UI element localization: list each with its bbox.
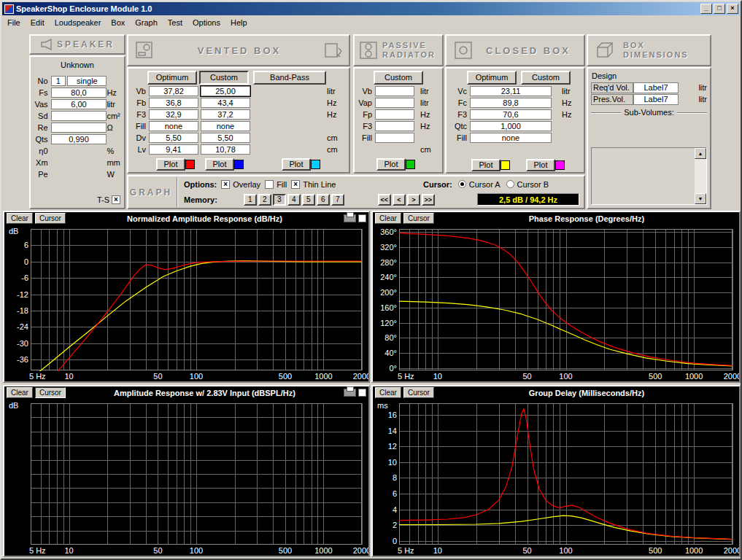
sub-volumes-scrollbar[interactable]: ▲ ▼: [695, 148, 706, 204]
param-value[interactable]: 1: [51, 76, 66, 86]
param-value[interactable]: none: [470, 133, 552, 143]
cursor-button[interactable]: Cursor: [35, 213, 66, 224]
cursor-last-button[interactable]: >>: [422, 194, 435, 206]
print-checkbox[interactable]: [358, 389, 366, 397]
pres-vol-value[interactable]: Label7: [633, 94, 679, 105]
param-value[interactable]: [375, 86, 414, 96]
param-value[interactable]: 1,000: [470, 121, 552, 131]
menu-edit[interactable]: Edit: [26, 17, 50, 28]
menu-box[interactable]: Box: [106, 17, 130, 28]
cursor-next-button[interactable]: >: [407, 194, 420, 206]
memory-button-6[interactable]: 6: [317, 194, 330, 206]
custom-value[interactable]: 43,4: [201, 98, 250, 108]
optimum-value[interactable]: 36,8: [149, 98, 198, 108]
plot-closed-custom-button[interactable]: Plot: [526, 159, 555, 171]
plot-passive-button[interactable]: Plot: [376, 158, 406, 171]
menu-graph[interactable]: Graph: [130, 17, 163, 28]
memory-button-2[interactable]: 2: [258, 194, 271, 206]
sub-volumes-list[interactable]: ▲ ▼: [591, 147, 707, 205]
param-value[interactable]: [375, 133, 414, 143]
param-value[interactable]: [375, 121, 414, 131]
svg-text:200°: 200°: [380, 288, 397, 297]
scroll-up-icon[interactable]: ▲: [695, 148, 706, 159]
param-value[interactable]: 6,00: [51, 99, 107, 109]
plot-area[interactable]: dB60-6-12-18-24-30-365 Hz105010050010002…: [4, 225, 368, 381]
memory-button-5[interactable]: 5: [302, 194, 315, 206]
vented-optimum-button[interactable]: Optimum: [147, 71, 197, 85]
close-button[interactable]: ×: [727, 4, 738, 14]
param-value[interactable]: 23,11: [470, 86, 552, 96]
cursor-button[interactable]: Cursor: [403, 387, 434, 398]
cursor-nav-buttons: << < > >>: [378, 194, 435, 206]
overlay-checkbox[interactable]: × Overlay: [221, 180, 260, 189]
maximize-button[interactable]: □: [714, 4, 725, 14]
cursor-button[interactable]: Cursor: [35, 387, 66, 398]
custom-value[interactable]: none: [201, 121, 250, 131]
memory-button-4[interactable]: 4: [287, 194, 301, 206]
optimum-value[interactable]: 32,9: [149, 109, 198, 120]
box-dimensions-icon: [595, 41, 616, 60]
cursor-b-radio[interactable]: Cursor B: [506, 180, 549, 189]
param-value[interactable]: 80,0: [51, 88, 107, 98]
param-extra[interactable]: single: [67, 76, 107, 86]
plot-custom-button[interactable]: Plot: [205, 158, 234, 171]
menu-options[interactable]: Options: [188, 17, 225, 28]
scroll-down-icon[interactable]: ▼: [695, 193, 706, 204]
closed-optimum-button[interactable]: Optimum: [467, 71, 517, 85]
plot-area[interactable]: 360°320°280°240°200°160°120°80°40°0°5 Hz…: [373, 225, 739, 381]
graph-title: Amplitude Response w/ 2.83V Input (dBSPL…: [68, 389, 341, 397]
param-value[interactable]: [375, 98, 414, 108]
menu-help[interactable]: Help: [225, 17, 252, 28]
optimum-value[interactable]: none: [149, 121, 198, 131]
clear-button[interactable]: Clear: [7, 213, 33, 224]
cursor-button[interactable]: Cursor: [403, 213, 434, 224]
cursor-prev-button[interactable]: <: [393, 194, 406, 206]
plot-area[interactable]: dB5 Hz105010050010002000: [4, 399, 368, 556]
print-checkbox[interactable]: [358, 214, 366, 222]
memory-button-7[interactable]: 7: [331, 194, 344, 206]
memory-button-3[interactable]: 3: [273, 194, 286, 206]
plot-closed-optimum-button[interactable]: Plot: [471, 159, 501, 171]
optimum-value[interactable]: 9,41: [149, 144, 198, 155]
custom-value[interactable]: 25,00: [201, 86, 250, 96]
param-value[interactable]: 70,6: [470, 109, 552, 120]
fill-checkbox[interactable]: Fill: [265, 180, 287, 189]
passive-custom-button[interactable]: Custom: [374, 71, 423, 85]
reqd-vol-value[interactable]: Label7: [633, 82, 679, 93]
thin-line-checkbox[interactable]: × Thin Line: [291, 180, 336, 189]
titlebar: SpeakerShop Enclosure Module 1.0 _ □ ×: [2, 2, 740, 15]
memory-button-1[interactable]: 1: [244, 194, 257, 206]
plot-optimum-button[interactable]: Plot: [156, 158, 185, 171]
closed-custom-button[interactable]: Custom: [521, 71, 571, 85]
param-value[interactable]: 0,990: [51, 134, 107, 144]
menu-loudspeaker[interactable]: Loudspeaker: [50, 17, 107, 28]
param-value[interactable]: [375, 109, 414, 120]
clear-button[interactable]: Clear: [375, 387, 401, 398]
minimize-button[interactable]: _: [700, 4, 712, 14]
optimum-value[interactable]: 5,50: [149, 133, 198, 143]
menu-file[interactable]: File: [2, 17, 26, 28]
vented-custom-button[interactable]: Custom: [199, 71, 249, 85]
passive-row-dv: cm: [355, 144, 442, 155]
vented-bandpass-button[interactable]: Band-Pass: [253, 71, 326, 85]
plot-bandpass-button[interactable]: Plot: [282, 158, 311, 171]
param-value[interactable]: [51, 111, 107, 121]
param-value[interactable]: 89,8: [470, 98, 552, 108]
cursor-first-button[interactable]: <<: [378, 194, 391, 206]
print-icon[interactable]: [344, 214, 356, 222]
clear-button[interactable]: Clear: [375, 213, 401, 224]
custom-value[interactable]: 10,78: [201, 144, 250, 155]
custom-value[interactable]: 37,2: [201, 109, 250, 120]
pres-vol-unit: litr: [698, 95, 707, 104]
print-icon[interactable]: [344, 389, 356, 397]
svg-text:12: 12: [388, 442, 397, 451]
param-value[interactable]: [51, 122, 107, 133]
clear-button[interactable]: Clear: [7, 387, 33, 398]
optimum-value[interactable]: 37,82: [149, 86, 198, 96]
radio-icon: [506, 180, 514, 188]
menu-test[interactable]: Test: [163, 17, 188, 28]
plot-area[interactable]: ms16141210864205 Hz105010050010002000: [373, 399, 739, 556]
cursor-a-radio[interactable]: Cursor A: [458, 180, 501, 189]
custom-value[interactable]: 5,50: [201, 133, 250, 143]
ts-checkbox-group[interactable]: T-S ×: [97, 195, 120, 204]
